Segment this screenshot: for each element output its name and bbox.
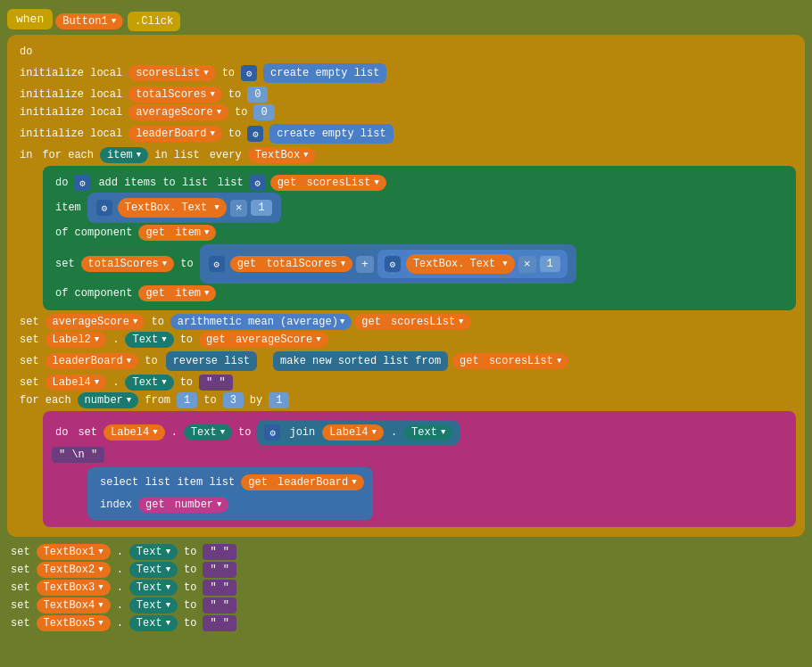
set-textbox1-row: set TextBox1 ▼ . Text ▼ to " " bbox=[7, 544, 805, 560]
textbox-dot-2[interactable]: TextBox. Text ▼ bbox=[406, 254, 515, 274]
label4-chip-2[interactable]: Label4 ▼ bbox=[104, 424, 165, 441]
set-textbox3-row: set TextBox3 ▼ . Text ▼ to " " bbox=[7, 580, 805, 596]
newline-chip: " \n " bbox=[52, 447, 104, 463]
do-row: do bbox=[16, 44, 796, 60]
add-items-label: add items to list bbox=[95, 175, 211, 191]
totalscores-set-chip[interactable]: totalScores ▼ bbox=[81, 256, 175, 272]
set-label-tb3: set bbox=[7, 580, 34, 596]
from-1-chip: 1 bbox=[177, 392, 197, 408]
get-item-chip-1[interactable]: get item ▼ bbox=[138, 225, 216, 241]
text-chip-tb4[interactable]: Text ▼ bbox=[129, 597, 178, 613]
number-chip[interactable]: number ▼ bbox=[78, 392, 139, 408]
zero-chip-2: 0 bbox=[253, 104, 274, 120]
empty-str-chip: " " bbox=[199, 375, 233, 391]
to-label-2: to bbox=[225, 86, 244, 103]
by-label: by bbox=[246, 392, 266, 408]
gear-icon-6: ⚙ bbox=[209, 256, 225, 272]
totalscores-var[interactable]: totalScores ▼ bbox=[128, 86, 222, 103]
get-scoreslist-chip[interactable]: get scoresList ▼ bbox=[270, 175, 386, 191]
foreach-label-2: for each bbox=[16, 392, 75, 408]
set-textbox2-row: set TextBox2 ▼ . Text ▼ to " " bbox=[7, 562, 805, 578]
get-scoreslist-chip-3[interactable]: get scoresList ▼ bbox=[452, 353, 568, 369]
text-chip-tb1[interactable]: Text ▼ bbox=[129, 544, 178, 560]
join-block: ⚙ join Label4 ▼ . Text ▼ bbox=[257, 420, 460, 445]
set-label-tb4: set bbox=[7, 597, 34, 613]
leaderboard-var[interactable]: leaderBoard ▼ bbox=[128, 126, 222, 142]
item-row: item ⚙ TextBox. Text ▼ × 1 bbox=[52, 193, 787, 223]
create-empty-list-1[interactable]: create empty list bbox=[263, 63, 386, 83]
init-label-4: initialize local bbox=[16, 126, 126, 142]
empty-str-tb5: " " bbox=[203, 615, 236, 631]
textbox2-chip[interactable]: TextBox2 ▼ bbox=[37, 562, 111, 578]
averagescore-set-chip[interactable]: averageScore ▼ bbox=[46, 314, 145, 330]
num-1: 1 bbox=[251, 200, 271, 216]
textbox3-chip[interactable]: TextBox3 ▼ bbox=[37, 580, 111, 596]
textbox4-chip[interactable]: TextBox4 ▼ bbox=[37, 597, 111, 613]
set-label-tb5: set bbox=[7, 615, 34, 631]
of-component-label-1: of component bbox=[52, 225, 136, 241]
init-leaderboard-row: initialize local leaderBoard ▼ to ⚙ crea… bbox=[16, 122, 796, 145]
list-label: list bbox=[214, 175, 247, 191]
set-label2-text-row: set Label2 ▼ . Text ▼ to get averageScor… bbox=[16, 332, 796, 348]
averagescore-var[interactable]: averageScore ▼ bbox=[128, 104, 228, 120]
index-row: index get number ▼ bbox=[96, 497, 364, 513]
by-1-chip: 1 bbox=[269, 392, 289, 408]
do-row-3: do set Label4 ▼ . Text ▼ to ⚙ join Labe bbox=[52, 420, 787, 445]
event-row: when Button1 ▼ .Click bbox=[7, 9, 805, 33]
textbox-chip-foreach[interactable]: TextBox ▼ bbox=[248, 147, 316, 163]
label4-chip-1[interactable]: Label4 ▼ bbox=[46, 375, 107, 391]
text-chip-tb5[interactable]: Text ▼ bbox=[129, 615, 178, 631]
textbox1-chip[interactable]: TextBox1 ▼ bbox=[37, 544, 111, 560]
get-scoreslist-chip-2[interactable]: get scoresList ▼ bbox=[354, 314, 470, 330]
make-sorted-chip[interactable]: make new sorted list from bbox=[273, 351, 448, 371]
text-chip-4[interactable]: Text ▼ bbox=[404, 424, 452, 441]
text-chip-1[interactable]: Text ▼ bbox=[125, 332, 173, 348]
text-chip-3[interactable]: Text ▼ bbox=[184, 424, 232, 441]
init-label-3: initialize local bbox=[16, 104, 126, 120]
label2-chip[interactable]: Label2 ▼ bbox=[46, 332, 107, 348]
get-averagescore-chip[interactable]: get averageScore ▼ bbox=[199, 332, 328, 348]
set-textbox4-row: set TextBox4 ▼ . Text ▼ to " " bbox=[7, 597, 805, 613]
leaderboard-set-chip[interactable]: leaderBoard ▼ bbox=[46, 353, 139, 369]
get-leaderboard-chip[interactable]: get leaderBoard ▼ bbox=[241, 474, 363, 490]
gear-icon-5: ⚙ bbox=[96, 200, 112, 216]
foreach-container: do ⚙ add items to list list ⚙ get scores… bbox=[43, 166, 796, 310]
create-empty-list-2[interactable]: create empty list bbox=[269, 124, 393, 144]
text-chip-tb2[interactable]: Text ▼ bbox=[129, 562, 178, 578]
text-chip-2[interactable]: Text ▼ bbox=[125, 375, 173, 391]
scoreslist-var[interactable]: scoresList ▼ bbox=[128, 65, 215, 81]
item-chip[interactable]: item ▼ bbox=[100, 147, 148, 163]
set-label-1: set bbox=[52, 256, 79, 272]
set-textbox5-row: set TextBox5 ▼ . Text ▼ to " " bbox=[7, 615, 805, 631]
text-chip-tb3[interactable]: Text ▼ bbox=[129, 580, 178, 596]
every-label: every bbox=[206, 147, 245, 163]
canvas: when Button1 ▼ .Click do initialize loca… bbox=[0, 0, 812, 640]
arithmetic-chip[interactable]: arithmetic mean (average) ▼ bbox=[170, 314, 352, 330]
textbox5-chip[interactable]: TextBox5 ▼ bbox=[37, 615, 111, 631]
math-add-block: ⚙ get totalScores ▼ + ⚙ TextBox. Text ▼ bbox=[200, 244, 576, 284]
click-block[interactable]: .Click bbox=[128, 12, 180, 31]
zero-chip-1: 0 bbox=[247, 86, 268, 103]
set-leaderboard-row: set leaderBoard ▼ to reverse list make n… bbox=[16, 350, 796, 373]
reverse-chip[interactable]: reverse list bbox=[166, 351, 257, 371]
gear-icon-7: ⚙ bbox=[385, 256, 401, 272]
to-label-7: to bbox=[200, 392, 220, 408]
foreach-label: for each bbox=[38, 147, 97, 163]
init-totalscores-row: initialize local totalScores ▼ to 0 bbox=[16, 86, 796, 103]
set-label-5: set bbox=[16, 375, 43, 391]
do-label-2: do bbox=[52, 175, 71, 191]
in-foreach-row: in for each item ▼ in list every TextBox… bbox=[16, 147, 796, 163]
set-label4-empty-row: set Label4 ▼ . Text ▼ to " " bbox=[16, 375, 796, 391]
empty-str-tb1: " " bbox=[203, 544, 236, 560]
set-label-tb2: set bbox=[7, 562, 34, 578]
textbox-dot[interactable]: TextBox. Text ▼ bbox=[118, 198, 227, 218]
button1-chip[interactable]: Button1 ▼ bbox=[55, 13, 123, 29]
gear-icon-2: ⚙ bbox=[247, 126, 263, 142]
button-dropdown[interactable]: ▼ bbox=[112, 17, 116, 26]
get-number-chip[interactable]: get number ▼ bbox=[138, 497, 228, 513]
to-3-chip: 3 bbox=[223, 392, 244, 408]
to-label-1: to bbox=[219, 65, 238, 81]
label4-get-chip[interactable]: Label4 ▼ bbox=[322, 424, 384, 441]
get-item-chip-2[interactable]: get item ▼ bbox=[138, 285, 216, 301]
get-totalscores-chip[interactable]: get totalScores ▼ bbox=[230, 256, 352, 272]
